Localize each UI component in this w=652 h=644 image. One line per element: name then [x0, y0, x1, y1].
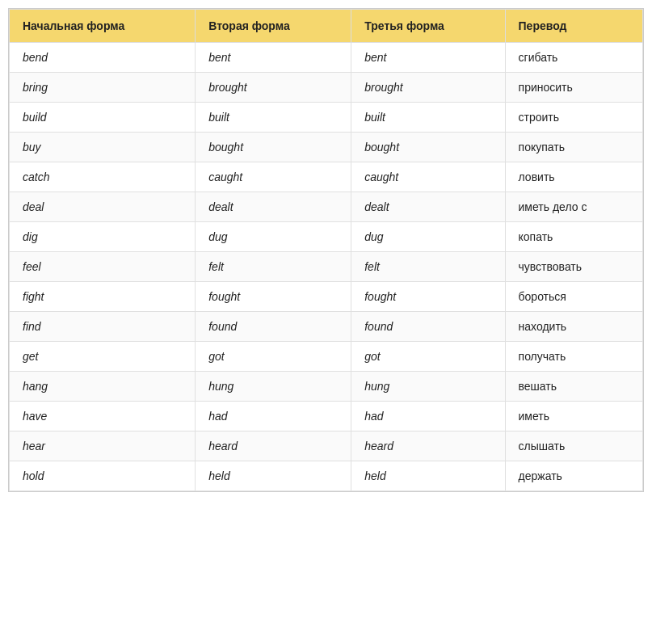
table-body: bendbentbentсгибатьbringbroughtbroughtпр… [10, 43, 643, 491]
table-row: fightfoughtfoughtбороться [10, 282, 643, 312]
cell-translation-12: иметь [505, 402, 642, 431]
cell-base-2: build [10, 103, 196, 133]
cell-translation-1: приносить [505, 73, 642, 103]
cell-form2-2: built [196, 103, 351, 133]
cell-translation-14: держать [505, 461, 642, 491]
cell-form2-13: heard [196, 431, 351, 461]
cell-form2-4: caught [196, 162, 351, 192]
table-row: digdugdugкопать [10, 222, 643, 252]
cell-base-7: feel [10, 252, 196, 282]
cell-form3-6: dug [351, 222, 505, 252]
cell-translation-7: чувствовать [505, 252, 642, 282]
cell-translation-10: получать [505, 342, 642, 372]
cell-translation-3: покупать [505, 133, 642, 162]
cell-form2-3: bought [196, 133, 351, 162]
cell-form3-4: caught [351, 162, 505, 192]
cell-base-0: bend [10, 43, 196, 73]
table-row: findfoundfoundнаходить [10, 312, 643, 342]
cell-form3-8: fought [351, 282, 505, 312]
cell-base-12: have [10, 402, 196, 431]
cell-base-3: buy [10, 133, 196, 162]
cell-form2-10: got [196, 342, 351, 372]
cell-form3-1: brought [351, 73, 505, 103]
cell-form3-13: heard [351, 431, 505, 461]
cell-form2-12: had [196, 402, 351, 431]
cell-form3-3: bought [351, 133, 505, 162]
table-row: buildbuiltbuiltстроить [10, 103, 643, 133]
table-row: havehadhadиметь [10, 402, 643, 431]
cell-translation-5: иметь дело с [505, 192, 642, 222]
cell-form3-10: got [351, 342, 505, 372]
cell-form2-9: found [196, 312, 351, 342]
cell-form3-2: built [351, 103, 505, 133]
cell-form2-11: hung [196, 372, 351, 402]
cell-form3-5: dealt [351, 192, 505, 222]
cell-translation-4: ловить [505, 162, 642, 192]
table-header-row: Начальная формаВторая формаТретья формаП… [10, 10, 643, 43]
col-translation: Перевод [505, 10, 642, 43]
cell-base-1: bring [10, 73, 196, 103]
cell-base-11: hang [10, 372, 196, 402]
col-form3: Третья форма [351, 10, 505, 43]
table-row: bringbroughtbroughtприносить [10, 73, 643, 103]
cell-form2-7: felt [196, 252, 351, 282]
cell-form2-5: dealt [196, 192, 351, 222]
cell-base-4: catch [10, 162, 196, 192]
cell-base-8: fight [10, 282, 196, 312]
table-row: hearheardheardслышать [10, 431, 643, 461]
col-base: Начальная форма [10, 10, 196, 43]
cell-form3-12: had [351, 402, 505, 431]
cell-form2-1: brought [196, 73, 351, 103]
table-row: bendbentbentсгибать [10, 43, 643, 73]
cell-base-10: get [10, 342, 196, 372]
cell-form3-9: found [351, 312, 505, 342]
cell-form3-14: held [351, 461, 505, 491]
cell-translation-8: бороться [505, 282, 642, 312]
cell-form3-11: hung [351, 372, 505, 402]
table-row: dealdealtdealtиметь дело с [10, 192, 643, 222]
table-row: catchcaughtcaughtловить [10, 162, 643, 192]
table-row: hanghunghungвешать [10, 372, 643, 402]
cell-translation-6: копать [505, 222, 642, 252]
cell-translation-13: слышать [505, 431, 642, 461]
verb-table-wrapper: Начальная формаВторая формаТретья формаП… [8, 8, 644, 492]
cell-form2-0: bent [196, 43, 351, 73]
col-form2: Вторая форма [196, 10, 351, 43]
table-row: getgotgotполучать [10, 342, 643, 372]
table-row: buyboughtboughtпокупать [10, 133, 643, 162]
cell-form2-8: fought [196, 282, 351, 312]
cell-form3-7: felt [351, 252, 505, 282]
irregular-verbs-table: Начальная формаВторая формаТретья формаП… [9, 9, 643, 491]
cell-base-5: deal [10, 192, 196, 222]
cell-form3-0: bent [351, 43, 505, 73]
cell-base-13: hear [10, 431, 196, 461]
cell-base-9: find [10, 312, 196, 342]
cell-translation-11: вешать [505, 372, 642, 402]
cell-form2-14: held [196, 461, 351, 491]
cell-base-14: hold [10, 461, 196, 491]
cell-form2-6: dug [196, 222, 351, 252]
table-row: feelfeltfeltчувствовать [10, 252, 643, 282]
cell-translation-0: сгибать [505, 43, 642, 73]
cell-translation-9: находить [505, 312, 642, 342]
cell-base-6: dig [10, 222, 196, 252]
cell-translation-2: строить [505, 103, 642, 133]
table-row: holdheldheldдержать [10, 461, 643, 491]
